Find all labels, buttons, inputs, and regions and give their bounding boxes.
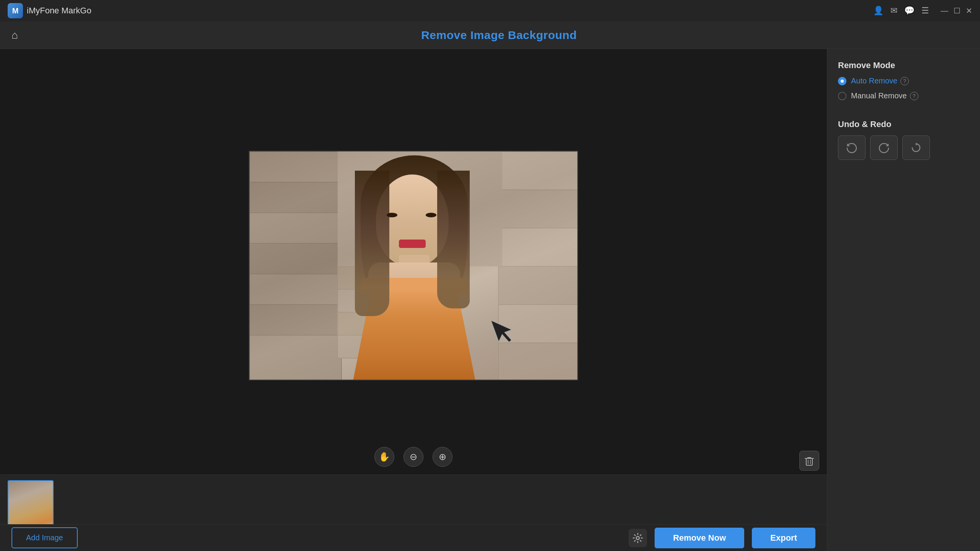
svg-rect-14 [498, 190, 578, 228]
auto-remove-help-icon[interactable]: ? [900, 77, 909, 85]
canvas-area: ✋ ⊖ ⊕ [0, 49, 827, 551]
redo-button[interactable] [870, 135, 898, 160]
undo-redo-buttons [838, 135, 969, 160]
page-title: Remove Image Background [29, 29, 969, 42]
undo-redo-title: Undo & Redo [838, 119, 969, 129]
svg-rect-2 [250, 182, 341, 213]
settings-button[interactable] [629, 529, 647, 547]
zoom-out-button[interactable]: ⊖ [403, 447, 423, 467]
svg-rect-13 [498, 152, 578, 190]
app-name: iMyFone MarkGo [27, 6, 91, 16]
svg-rect-3 [250, 213, 341, 243]
canvas-wrapper: ✋ ⊖ ⊕ [0, 49, 827, 551]
maximize-button[interactable]: ☐ [954, 7, 960, 15]
auto-remove-option[interactable]: Auto Remove ? [838, 77, 969, 85]
add-image-button[interactable]: Add Image [11, 527, 78, 548]
user-icon[interactable]: 👤 [873, 6, 884, 16]
app-logo: M iMyFone MarkGo [8, 3, 91, 18]
svg-rect-18 [498, 343, 578, 380]
svg-rect-7 [250, 335, 341, 380]
remove-mode-title: Remove Mode [838, 60, 969, 70]
window-controls: — ☐ ✕ [941, 7, 972, 15]
header: ⌂ Remove Image Background [0, 21, 980, 49]
manual-remove-radio[interactable] [838, 92, 846, 100]
undo-icon [846, 142, 858, 153]
delete-section [799, 451, 819, 471]
pan-tool-button[interactable]: ✋ [374, 447, 394, 467]
svg-rect-23 [806, 458, 812, 465]
auto-remove-label: Auto Remove ? [851, 77, 909, 85]
trash-icon [804, 455, 815, 466]
remove-now-button[interactable]: Remove Now [655, 528, 744, 548]
main-image-display [249, 151, 578, 380]
svg-rect-15 [498, 228, 578, 266]
mail-icon[interactable]: ✉ [890, 6, 897, 16]
menu-icon[interactable]: ☰ [921, 6, 929, 16]
image-toolbar: ✋ ⊖ ⊕ [0, 447, 827, 467]
undo-button[interactable] [838, 135, 866, 160]
auto-remove-radio[interactable] [838, 77, 846, 85]
logo-icon: M [8, 3, 23, 18]
export-button[interactable]: Export [752, 528, 815, 548]
settings-icon [632, 533, 643, 543]
minimize-button[interactable]: — [941, 7, 948, 15]
close-button[interactable]: ✕ [966, 7, 972, 15]
image-container [249, 151, 578, 380]
main-layout: ✋ ⊖ ⊕ [0, 49, 980, 551]
reset-icon [910, 142, 922, 153]
action-bar: Add Image Remove Now Export [0, 524, 827, 551]
manual-remove-help-icon[interactable]: ? [910, 92, 918, 100]
zoom-in-button[interactable]: ⊕ [433, 447, 452, 467]
svg-point-21 [636, 536, 639, 540]
manual-remove-option[interactable]: Manual Remove ? [838, 91, 969, 100]
svg-rect-1 [250, 152, 341, 182]
right-panel: Remove Mode Auto Remove ? Manual Remove … [827, 49, 980, 551]
svg-rect-17 [498, 305, 578, 343]
reset-button[interactable] [902, 135, 930, 160]
svg-rect-5 [250, 274, 341, 305]
svg-rect-6 [250, 305, 341, 335]
svg-marker-22 [916, 143, 918, 145]
title-bar-controls: 👤 ✉ 💬 ☰ — ☐ ✕ [873, 6, 972, 16]
svg-rect-4 [250, 243, 341, 274]
svg-rect-16 [498, 266, 578, 305]
chat-icon[interactable]: 💬 [904, 6, 915, 16]
delete-button[interactable] [799, 451, 819, 471]
remove-mode-section: Remove Mode Auto Remove ? Manual Remove … [838, 60, 969, 106]
redo-icon [878, 142, 890, 153]
action-bar-right: Remove Now Export [629, 528, 815, 548]
home-button[interactable]: ⌂ [11, 29, 18, 41]
manual-remove-label: Manual Remove ? [851, 91, 918, 100]
photo-background [250, 152, 577, 380]
title-bar: M iMyFone MarkGo 👤 ✉ 💬 ☰ — ☐ ✕ [0, 0, 980, 21]
undo-redo-section: Undo & Redo [838, 119, 969, 160]
